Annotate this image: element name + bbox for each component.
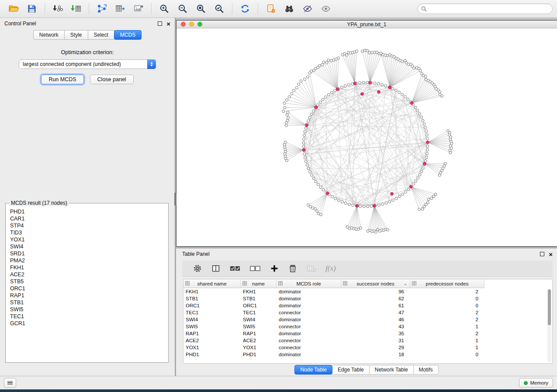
search-network-button[interactable] xyxy=(280,2,298,16)
mcds-result-item[interactable]: RAP1 xyxy=(6,292,168,299)
mcds-result-item[interactable]: PMA2 xyxy=(6,257,168,264)
mcds-result-item[interactable]: STB5 xyxy=(6,278,168,285)
table-row[interactable]: STB1STB1dominator620 xyxy=(183,295,484,302)
open-session-button[interactable] xyxy=(4,2,23,16)
memory-label: Memory xyxy=(530,380,548,385)
window-minimize-icon[interactable] xyxy=(189,22,194,27)
column-header-shared-name[interactable]: shared name xyxy=(183,279,241,288)
table-scrollbar[interactable] xyxy=(547,289,551,362)
table-cell-successors: 61 xyxy=(341,302,410,309)
column-header-successor-nodes[interactable]: successor nodes ⌄ xyxy=(341,279,410,288)
window-zoom-icon[interactable] xyxy=(197,22,202,27)
zoom-selected-button[interactable] xyxy=(210,2,228,16)
zoom-in-button[interactable] xyxy=(155,2,173,16)
table-cell-shared_name: STB1 xyxy=(183,295,241,302)
show-column-icon[interactable] xyxy=(211,264,221,273)
tab-mcds[interactable]: MCDS xyxy=(114,30,142,40)
mcds-result-item[interactable]: YOX1 xyxy=(6,236,168,243)
tab-select[interactable]: Select xyxy=(88,30,114,40)
memory-button[interactable]: Memory xyxy=(519,378,553,388)
tab-node-table[interactable]: Node Table xyxy=(294,365,332,375)
tab-network[interactable]: Network xyxy=(33,30,65,40)
table-row[interactable]: FKH1FKH1dominator962 xyxy=(183,288,484,295)
mcds-result-item[interactable]: GCR1 xyxy=(6,320,168,327)
mcds-result-item[interactable]: SRD1 xyxy=(6,250,168,257)
run-mcds-button[interactable]: Run MCDS xyxy=(41,75,83,84)
mcds-result-item[interactable]: TEC1 xyxy=(6,313,168,320)
zoom-fit-icon xyxy=(196,3,206,14)
network-canvas[interactable] xyxy=(176,28,554,245)
show-all-button[interactable] xyxy=(317,2,335,16)
tab-style[interactable]: Style xyxy=(65,30,88,40)
window-close-icon[interactable] xyxy=(181,22,186,27)
table-cell-predecessors: 2 xyxy=(410,316,484,323)
table-panel: Table Panel × xyxy=(176,248,557,376)
search-input[interactable] xyxy=(429,5,549,12)
panel-splitter[interactable] xyxy=(175,18,176,376)
chevron-down-icon[interactable]: ⌄ xyxy=(404,281,407,286)
mcds-result-item[interactable]: ORC1 xyxy=(6,285,168,292)
table-row[interactable]: TEC1TEC1connector472 xyxy=(183,309,484,316)
float-panel-icon[interactable] xyxy=(540,252,544,256)
hide-selected-button[interactable] xyxy=(298,2,317,16)
mcds-result-item[interactable]: STB1 xyxy=(6,299,168,306)
mcds-result-item[interactable]: FKH1 xyxy=(6,264,168,271)
close-panel-icon[interactable]: × xyxy=(549,251,553,258)
delete-column-icon[interactable] xyxy=(288,264,298,273)
import-network-button[interactable] xyxy=(48,2,67,16)
zoom-fit-button[interactable] xyxy=(192,2,210,16)
table-row[interactable]: PHD1PHD1dominator180 xyxy=(183,351,484,358)
mcds-result-item[interactable]: PHD1 xyxy=(6,208,168,215)
float-panel-icon[interactable] xyxy=(158,21,162,26)
table-row[interactable]: ORC1ORC1dominator610 xyxy=(183,302,484,309)
control-panel-tabs: Network Style Select MCDS xyxy=(0,30,175,40)
table-cell-predecessors: 1 xyxy=(410,344,484,351)
mcds-result-item[interactable]: ACE2 xyxy=(6,271,168,278)
table-row[interactable]: RAP1RAP1dominator352 xyxy=(183,330,484,337)
export-network-button[interactable] xyxy=(93,2,111,16)
splitter-grip[interactable] xyxy=(174,193,176,206)
select-all-icon[interactable] xyxy=(229,264,241,273)
export-image-button[interactable] xyxy=(129,2,148,16)
scrollbar-thumb[interactable] xyxy=(548,289,551,325)
column-header-name[interactable]: name xyxy=(241,279,277,288)
control-panel-header: Control Panel × xyxy=(0,18,175,29)
export-table-button[interactable] xyxy=(111,2,129,16)
table-cell-predecessors: 2 xyxy=(410,330,484,337)
refresh-button[interactable] xyxy=(236,2,254,16)
column-header-predecessor-nodes[interactable]: predecessor nodes xyxy=(410,279,484,288)
mcds-result-item[interactable]: STP4 xyxy=(6,222,168,229)
column-attribute-icon xyxy=(185,281,190,285)
search-field[interactable] xyxy=(417,3,553,14)
mcds-result-box: MCDS result (17 nodes) PHD1CAR1STP4TID3Y… xyxy=(5,203,169,363)
save-session-button[interactable] xyxy=(23,2,41,16)
tab-edge-table[interactable]: Edge Table xyxy=(332,365,370,375)
table-row[interactable]: ACE2ACE2connector311 xyxy=(183,337,484,344)
mcds-result-item[interactable]: TID3 xyxy=(6,229,168,236)
table-row[interactable]: SWI5SWI5connector431 xyxy=(183,323,484,330)
add-column-icon[interactable] xyxy=(270,264,279,273)
deselect-all-icon[interactable] xyxy=(249,264,261,273)
toolbar-separator xyxy=(232,3,232,14)
close-panel-button[interactable]: Close panel xyxy=(90,75,134,84)
table-mode-gear-icon[interactable] xyxy=(193,264,202,273)
tab-network-table[interactable]: Network Table xyxy=(370,365,414,375)
mcds-result-item[interactable]: CAR1 xyxy=(6,215,168,222)
tab-motifs[interactable]: Motifs xyxy=(414,365,439,375)
table-row[interactable]: YOX1YOX1connector291 xyxy=(183,344,484,351)
zoom-out-button[interactable] xyxy=(173,2,192,16)
table-row[interactable]: SWI4SWI4dominator462 xyxy=(183,316,484,323)
column-header-mcds-role[interactable]: MCDS role xyxy=(277,279,341,288)
binoculars-icon xyxy=(284,3,295,14)
mcds-result-item[interactable]: SWI4 xyxy=(6,243,168,250)
network-window-titlebar[interactable]: YPA_prune.txt_1 xyxy=(176,21,557,28)
refresh-icon xyxy=(240,3,250,14)
mcds-result-item[interactable]: SWI5 xyxy=(6,306,168,313)
close-panel-icon[interactable]: × xyxy=(166,21,170,27)
table-cell-successors: 31 xyxy=(341,337,410,344)
import-table-button[interactable] xyxy=(67,2,85,16)
criterion-dropdown[interactable]: largest connected component (undirected) xyxy=(19,59,156,69)
clone-document-button[interactable] xyxy=(262,2,280,16)
panel-menu-button[interactable] xyxy=(4,378,16,388)
mcds-result-list[interactable]: PHD1CAR1STP4TID3YOX1SWI4SRD1PMA2FKH1ACE2… xyxy=(6,204,168,362)
